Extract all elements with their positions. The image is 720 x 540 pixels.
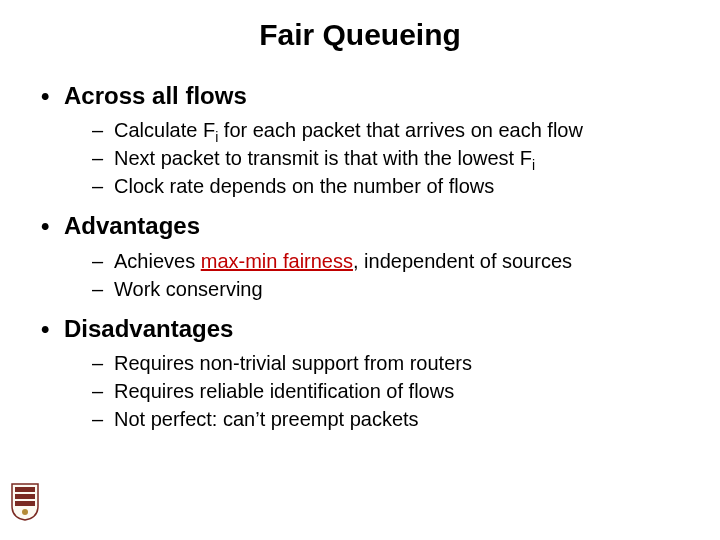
bullet-list: Across all flows Calculate Fi for each p… bbox=[36, 80, 684, 433]
slide-title: Fair Queueing bbox=[36, 18, 684, 52]
text: for each packet that arrives on each flo… bbox=[218, 119, 583, 141]
text: Work conserving bbox=[114, 278, 263, 300]
section-heading: Advantages bbox=[36, 210, 684, 242]
list-item: Calculate Fi for each packet that arrive… bbox=[36, 116, 684, 144]
sub-list: Calculate Fi for each packet that arrive… bbox=[36, 116, 684, 200]
list-item: Clock rate depends on the number of flow… bbox=[36, 172, 684, 200]
list-item: Work conserving bbox=[36, 275, 684, 303]
sub-list: Requires non-trivial support from router… bbox=[36, 349, 684, 433]
logo-crest-icon bbox=[10, 482, 40, 522]
text: Requires reliable identification of flow… bbox=[114, 380, 454, 402]
text: Achieves bbox=[114, 250, 201, 272]
svg-point-3 bbox=[22, 509, 28, 515]
list-item: Requires reliable identification of flow… bbox=[36, 377, 684, 405]
text: Requires non-trivial support from router… bbox=[114, 352, 472, 374]
slide: Fair Queueing Across all flows Calculate… bbox=[0, 0, 720, 433]
svg-rect-0 bbox=[15, 487, 35, 492]
text: Clock rate depends on the number of flow… bbox=[114, 175, 494, 197]
subscript: i bbox=[532, 157, 535, 173]
svg-rect-1 bbox=[15, 494, 35, 499]
text: Calculate F bbox=[114, 119, 215, 141]
list-item: Achieves max-min fairness, independent o… bbox=[36, 247, 684, 275]
sub-list: Achieves max-min fairness, independent o… bbox=[36, 247, 684, 303]
text: Not perfect: can’t preempt packets bbox=[114, 408, 419, 430]
list-item: Next packet to transmit is that with the… bbox=[36, 144, 684, 172]
list-item: Not perfect: can’t preempt packets bbox=[36, 405, 684, 433]
section-heading: Across all flows bbox=[36, 80, 684, 112]
highlight-text: max-min fairness bbox=[201, 250, 353, 272]
svg-rect-2 bbox=[15, 501, 35, 506]
text: Next packet to transmit is that with the… bbox=[114, 147, 532, 169]
text: , independent of sources bbox=[353, 250, 572, 272]
section-heading: Disadvantages bbox=[36, 313, 684, 345]
list-item: Requires non-trivial support from router… bbox=[36, 349, 684, 377]
